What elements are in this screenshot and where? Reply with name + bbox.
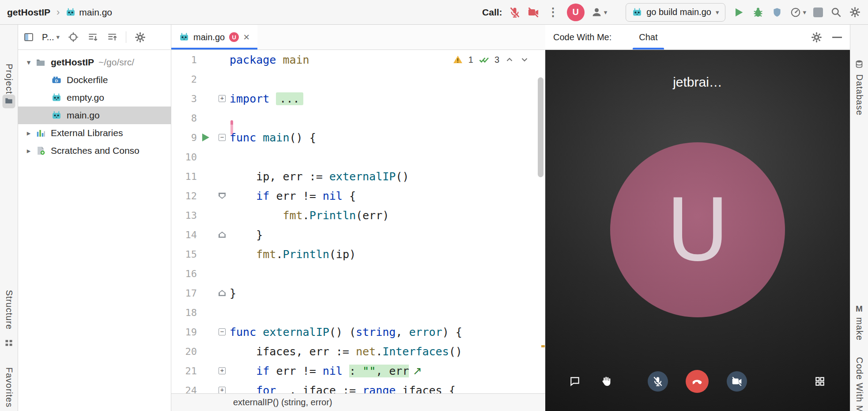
cwm-settings-button[interactable] xyxy=(811,31,823,43)
run-gutter-icon[interactable] xyxy=(197,133,215,141)
line-number: 18 xyxy=(171,307,197,318)
run-configuration-select[interactable]: go build main.go ▾ xyxy=(626,3,725,22)
profiler-icon xyxy=(790,7,801,18)
toggle-microphone-button[interactable] xyxy=(648,371,668,392)
fold-minus-icon[interactable]: − xyxy=(215,134,230,141)
code-line-12[interactable]: 12 if err != nil { xyxy=(171,186,545,206)
code-line-10[interactable]: 10 xyxy=(171,147,545,167)
end-call-button[interactable] xyxy=(686,370,709,393)
fold-pentu-icon[interactable] xyxy=(215,232,230,238)
editor-tab-bar: main.go U × xyxy=(171,25,545,50)
code-line-18[interactable]: 18 xyxy=(171,303,545,322)
database-tool-icon[interactable] xyxy=(854,59,864,71)
fold-plus-icon[interactable]: + xyxy=(215,387,230,393)
chevron-right-icon[interactable]: ▸ xyxy=(22,129,36,138)
structure-icon xyxy=(4,339,13,347)
structure-tool-icon[interactable] xyxy=(4,339,13,349)
code-line-15[interactable]: 15 fmt.Println(ip) xyxy=(171,244,545,264)
tab-chat[interactable]: Chat xyxy=(633,25,664,49)
tool-stripe-structure[interactable]: Structure xyxy=(4,290,14,330)
chat-tab-label: Chat xyxy=(639,32,657,42)
error-stripe-mark[interactable] xyxy=(541,345,545,347)
code-line-24[interactable]: 24+ for _, iface := range ifaces { xyxy=(171,381,545,393)
project-title: getHostIP xyxy=(7,7,50,18)
settings-button[interactable] xyxy=(849,6,861,18)
breadcrumb[interactable]: main.go xyxy=(66,7,112,18)
project-tool-icon[interactable] xyxy=(3,95,15,108)
run-with-coverage-button[interactable] xyxy=(771,7,783,18)
line-number: 1 xyxy=(171,54,197,65)
user-avatar[interactable]: U xyxy=(567,4,585,21)
tool-stripe-project[interactable]: Project xyxy=(4,64,14,94)
microphone-off-icon[interactable] xyxy=(509,6,521,19)
tool-stripe-database[interactable]: Database xyxy=(854,74,864,116)
next-issue-button[interactable] xyxy=(520,55,529,65)
participants-button[interactable]: ▾ xyxy=(591,6,608,18)
tool-stripe-code-with-me[interactable]: Code With Me xyxy=(854,357,864,411)
cwm-title: Code With Me: xyxy=(553,32,611,42)
minimize-icon[interactable] xyxy=(832,37,842,38)
code-line-9[interactable]: 9−func main() { xyxy=(171,128,545,147)
project-view-selector[interactable]: P... ▾ xyxy=(42,32,60,42)
code-text: ifaces, err := net.Interfaces() xyxy=(230,345,462,358)
previous-issue-button[interactable] xyxy=(505,55,514,65)
tree-item-external-libraries[interactable]: ▸External Libraries xyxy=(18,124,171,142)
checks-icon xyxy=(479,54,489,65)
tree-item-dockerfile[interactable]: DDockerfile xyxy=(18,71,171,89)
code-line-13[interactable]: 13 fmt.Println(err) xyxy=(171,206,545,225)
fold-plus-icon[interactable]: + xyxy=(215,95,230,102)
raise-hand-button[interactable] xyxy=(600,375,612,388)
code-line-8[interactable]: 8 xyxy=(171,108,545,128)
project-view-icon[interactable] xyxy=(23,32,34,42)
code-line-21[interactable]: 21+ if err != nil : "", err ↗ xyxy=(171,361,545,381)
tool-stripe-make[interactable]: make xyxy=(854,317,864,341)
camera-off-icon[interactable] xyxy=(527,6,540,19)
fold-plus-icon[interactable]: + xyxy=(215,367,230,374)
code-line-3[interactable]: 3+import ... xyxy=(171,89,545,108)
line-number: 13 xyxy=(171,210,197,221)
code-line-20[interactable]: 20 ifaces, err := net.Interfaces() xyxy=(171,342,545,361)
collapse-all-button[interactable] xyxy=(106,31,118,43)
gopher-icon xyxy=(52,93,62,103)
tree-item-scratches-and-conso[interactable]: ▸Scratches and Conso xyxy=(18,142,171,160)
toggle-camera-button[interactable] xyxy=(727,371,747,392)
search-everywhere-button[interactable] xyxy=(830,6,842,18)
code-line-14[interactable]: 14 } xyxy=(171,225,545,244)
select-opened-file-button[interactable] xyxy=(68,31,79,43)
code-editor[interactable]: 1package main23+import ...89−func main()… xyxy=(171,50,545,393)
chevron-right-icon[interactable]: ▸ xyxy=(22,146,36,156)
code-text: func main() { xyxy=(230,131,316,144)
tree-item-gethostip[interactable]: ▾getHostIP~/go/src/ xyxy=(18,53,171,71)
stop-button[interactable] xyxy=(813,8,823,17)
fold-minus-icon[interactable]: − xyxy=(215,328,230,335)
grid-view-button[interactable] xyxy=(814,376,826,387)
chevron-down-icon[interactable]: ▾ xyxy=(22,58,36,67)
tree-item-main-go[interactable]: main.go xyxy=(18,107,171,124)
tree-item-empty-go[interactable]: empty.go xyxy=(18,89,171,107)
tab-label: main.go xyxy=(193,32,225,42)
close-icon[interactable]: × xyxy=(243,32,249,42)
expand-all-button[interactable] xyxy=(87,31,98,43)
line-number: 10 xyxy=(171,152,197,163)
run-button[interactable] xyxy=(732,6,745,19)
line-number: 16 xyxy=(171,268,197,279)
panel-settings-button[interactable] xyxy=(134,31,146,43)
profiler-button[interactable]: ▾ xyxy=(790,7,806,18)
chat-button[interactable] xyxy=(569,376,581,387)
more-options-icon[interactable]: ⋮ xyxy=(546,5,561,19)
code-line-2[interactable]: 2 xyxy=(171,69,545,89)
fold-pentd-icon[interactable] xyxy=(215,193,230,199)
tab-main-go[interactable]: main.go U × xyxy=(171,25,257,49)
inspection-widget[interactable]: 1 3 xyxy=(453,54,529,65)
debug-button[interactable] xyxy=(752,6,764,19)
tool-stripe-favorites[interactable]: Favorites xyxy=(4,367,14,407)
make-tool-icon[interactable]: M xyxy=(856,304,863,314)
editor-context-bar: externalIP() (string, error) xyxy=(171,393,545,411)
scrollbar[interactable] xyxy=(538,77,543,177)
code-line-11[interactable]: 11 ip, err := externalIP() xyxy=(171,167,545,186)
code-line-17[interactable]: 17} xyxy=(171,283,545,303)
code-line-19[interactable]: 19−func externalIP() (string, error) { xyxy=(171,322,545,342)
code-line-16[interactable]: 16 xyxy=(171,264,545,283)
line-number: 8 xyxy=(171,113,197,124)
fold-pentu-icon[interactable] xyxy=(215,290,230,296)
